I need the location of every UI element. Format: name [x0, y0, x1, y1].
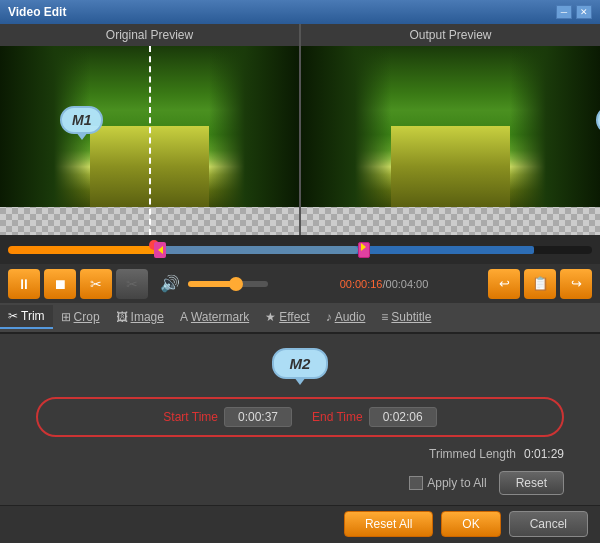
trimmed-length-value: 0:01:29 — [524, 447, 564, 461]
window-title: Video Edit — [8, 5, 66, 19]
timeline-selection — [154, 246, 534, 254]
trimmed-length-label: Trimmed Length — [429, 447, 516, 461]
close-button[interactable]: ✕ — [576, 5, 592, 19]
timeline-handle-right[interactable] — [358, 242, 370, 258]
clip-button[interactable]: 📋 — [524, 269, 556, 299]
m2-bubble: M2 — [272, 348, 329, 379]
handle-left-arrow — [158, 246, 163, 254]
original-preview-label: Original Preview — [0, 24, 299, 46]
output-preview-panel: Output Preview M1 — [301, 24, 600, 235]
output-preview-label: Output Preview — [301, 24, 600, 46]
tab-effect-label: Effect — [279, 310, 309, 324]
tab-audio[interactable]: ♪ Audio — [318, 306, 374, 328]
reset-all-button[interactable]: Reset All — [344, 511, 433, 537]
start-time-input[interactable] — [224, 407, 292, 427]
tab-effect[interactable]: ★ Effect — [257, 306, 317, 328]
tree-right-right — [510, 46, 600, 207]
timeline-handle-left[interactable] — [154, 242, 166, 258]
end-time-field: End Time — [312, 407, 437, 427]
volume-icon: 🔊 — [160, 274, 180, 293]
effect-icon: ★ — [265, 310, 276, 324]
apply-to-all-checkbox[interactable] — [409, 476, 423, 490]
volume-handle[interactable] — [229, 277, 243, 291]
start-time-label: Start Time — [163, 410, 218, 424]
tab-crop[interactable]: ⊞ Crop — [53, 306, 108, 328]
tab-subtitle-label: Subtitle — [391, 310, 431, 324]
timeline-track[interactable] — [8, 246, 592, 254]
apply-to-all-label[interactable]: Apply to All — [409, 476, 486, 490]
bottom-bar: Reset All OK Cancel — [0, 505, 600, 543]
tab-crop-label: Crop — [74, 310, 100, 324]
tabs-bar: ✂ Trim ⊞ Crop 🖼 Image A Watermark ★ Effe… — [0, 303, 600, 334]
window-controls: ─ ✕ — [556, 5, 592, 19]
time-inputs-row: Start Time End Time — [36, 397, 564, 437]
trimmed-length-row: Trimmed Length 0:01:29 — [16, 447, 584, 461]
apply-to-all-text: Apply to All — [427, 476, 486, 490]
tab-watermark[interactable]: A Watermark — [172, 306, 257, 328]
play-pause-button[interactable]: ⏸ — [8, 269, 40, 299]
tab-trim[interactable]: ✂ Trim — [0, 305, 53, 329]
tab-audio-label: Audio — [335, 310, 366, 324]
end-time-input[interactable] — [369, 407, 437, 427]
output-video-frame: M1 — [301, 46, 600, 235]
m1-bubble-left: M1 — [60, 106, 103, 134]
minimize-button[interactable]: ─ — [556, 5, 572, 19]
redo-button[interactable]: ↪ — [560, 269, 592, 299]
tab-image[interactable]: 🖼 Image — [108, 306, 172, 328]
forest-path-right — [391, 126, 511, 206]
tab-subtitle[interactable]: ≡ Subtitle — [373, 306, 439, 328]
handle-right-arrow — [361, 243, 366, 251]
volume-slider[interactable] — [188, 281, 268, 287]
stop-button[interactable]: ⏹ — [44, 269, 76, 299]
audio-icon: ♪ — [326, 310, 332, 324]
image-icon: 🖼 — [116, 310, 128, 324]
subtitle-icon: ≡ — [381, 310, 388, 324]
current-time: 00:00:16 — [340, 278, 383, 290]
ok-button[interactable]: OK — [441, 511, 500, 537]
cut-button[interactable]: ✂ — [80, 269, 112, 299]
tree-right — [209, 46, 299, 207]
controls-bar: ⏸ ⏹ ✂ ✂ 🔊 00:00:16/00:04:00 ↩ 📋 ↪ — [0, 264, 600, 302]
tab-image-label: Image — [131, 310, 164, 324]
title-bar: Video Edit ─ ✕ — [0, 0, 600, 24]
end-time-label: End Time — [312, 410, 363, 424]
total-time: 00:04:00 — [386, 278, 429, 290]
reset-button[interactable]: Reset — [499, 471, 564, 495]
crop-icon: ⊞ — [61, 310, 71, 324]
tab-watermark-label: Watermark — [191, 310, 249, 324]
timeline-area — [0, 235, 600, 264]
undo-button[interactable]: ↩ — [488, 269, 520, 299]
original-video-frame: M1 — [0, 46, 299, 235]
cut-gray-button[interactable]: ✂ — [116, 269, 148, 299]
start-time-field: Start Time — [163, 407, 292, 427]
apply-row: Apply to All Reset — [16, 471, 584, 495]
trim-icon: ✂ — [8, 309, 18, 323]
preview-area: Original Preview M1 Output Preview — [0, 24, 600, 235]
main-content: Original Preview M1 Output Preview — [0, 24, 600, 543]
m2-bubble-container: M2 — [16, 348, 584, 379]
trim-panel: M2 Start Time End Time Trimmed Length 0:… — [0, 334, 600, 505]
cancel-button[interactable]: Cancel — [509, 511, 588, 537]
watermark-icon: A — [180, 310, 188, 324]
time-display: 00:00:16/00:04:00 — [284, 278, 484, 290]
tree-left-right — [301, 46, 391, 207]
tab-trim-label: Trim — [21, 309, 45, 323]
original-preview-panel: Original Preview M1 — [0, 24, 299, 235]
dashed-divider — [149, 46, 151, 235]
forest-image-right — [301, 46, 600, 207]
